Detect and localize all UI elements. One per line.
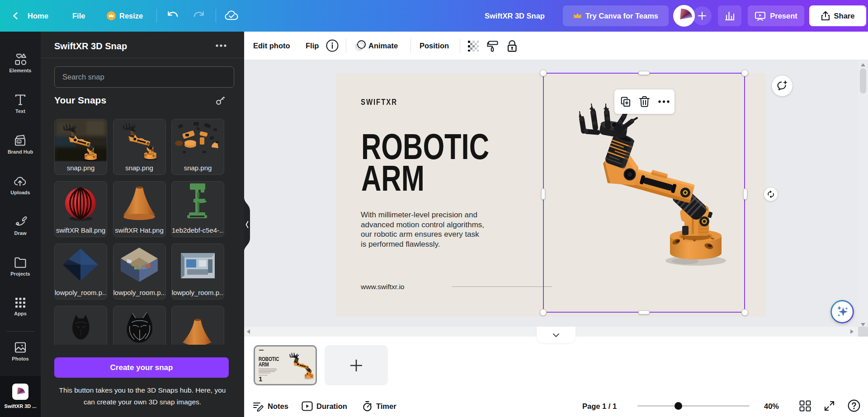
svg-text:co.: co. bbox=[18, 141, 21, 143]
